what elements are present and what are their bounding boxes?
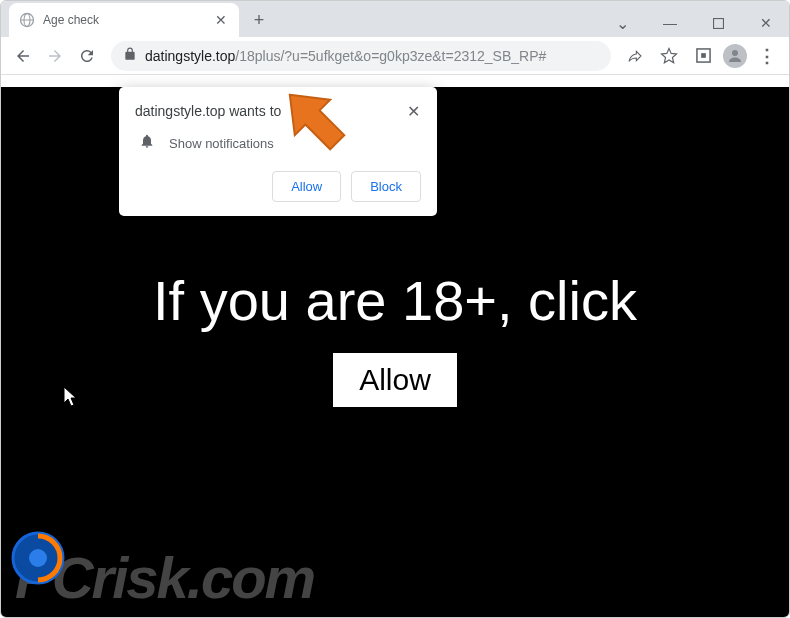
popup-title: datingstyle.top wants to	[135, 103, 281, 119]
svg-point-6	[732, 50, 738, 56]
minimize-button[interactable]: —	[655, 11, 685, 35]
allow-button[interactable]: Allow	[333, 353, 457, 407]
tab-close-button[interactable]: ✕	[213, 12, 229, 28]
url-text: datingstyle.top/18plus/?u=5ufkget&o=g0kp…	[145, 48, 599, 64]
address-bar[interactable]: datingstyle.top/18plus/?u=5ufkget&o=g0kp…	[111, 41, 611, 71]
maximize-button[interactable]	[703, 11, 733, 35]
reload-button[interactable]	[73, 42, 101, 70]
toolbar: datingstyle.top/18plus/?u=5ufkget&o=g0kp…	[1, 37, 789, 75]
bell-icon	[139, 133, 155, 153]
profile-avatar[interactable]	[723, 44, 747, 68]
notification-permission-popup: datingstyle.top wants to ✕ Show notifica…	[119, 87, 437, 216]
globe-icon	[19, 12, 35, 28]
new-tab-button[interactable]: +	[245, 6, 273, 34]
tab-title: Age check	[43, 13, 205, 27]
page-heading: If you are 18+, click	[153, 268, 637, 333]
close-window-button[interactable]: ✕	[751, 11, 781, 35]
lock-icon	[123, 47, 137, 65]
menu-button[interactable]: ⋮	[753, 42, 781, 70]
tab-search-icon[interactable]: ⌄	[607, 11, 637, 35]
forward-button[interactable]	[41, 42, 69, 70]
share-icon[interactable]	[621, 42, 649, 70]
back-button[interactable]	[9, 42, 37, 70]
popup-permission-text: Show notifications	[169, 136, 274, 151]
svg-rect-0	[713, 18, 723, 28]
popup-block-button[interactable]: Block	[351, 171, 421, 202]
bookmark-icon[interactable]	[655, 42, 683, 70]
browser-tab[interactable]: Age check ✕	[9, 3, 239, 37]
svg-rect-5	[701, 53, 706, 58]
popup-allow-button[interactable]: Allow	[272, 171, 341, 202]
popup-close-button[interactable]: ✕	[405, 103, 421, 119]
extensions-icon[interactable]	[689, 42, 717, 70]
